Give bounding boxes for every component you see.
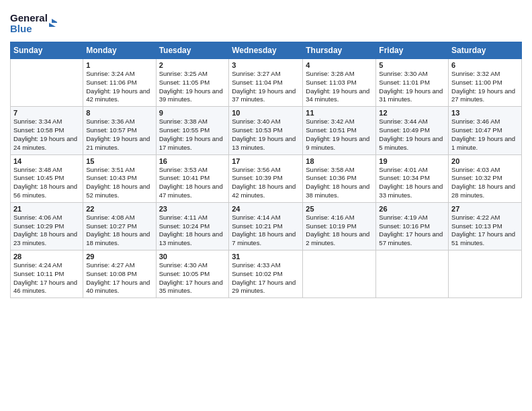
- calendar-cell: 13Sunrise: 3:46 AMSunset: 10:47 PMDaylig…: [449, 107, 522, 154]
- calendar-cell: 17Sunrise: 3:56 AMSunset: 10:39 PMDaylig…: [229, 154, 303, 202]
- calendar-cell: 2Sunrise: 3:25 AMSunset: 11:05 PMDayligh…: [156, 59, 229, 107]
- day-number: 11: [306, 109, 373, 117]
- logo-svg: GeneralBlue: [10, 9, 57, 38]
- weekday-header-monday: Monday: [83, 42, 156, 59]
- weekday-header-row: SundayMondayTuesdayWednesdayThursdayFrid…: [11, 42, 522, 59]
- svg-text:Blue: Blue: [10, 23, 32, 34]
- day-info: Sunrise: 3:38 AMSunset: 10:55 PMDaylight…: [159, 118, 226, 152]
- day-info: Sunrise: 3:44 AMSunset: 10:49 PMDaylight…: [379, 118, 445, 152]
- day-number: 9: [159, 109, 226, 117]
- day-number: 16: [159, 157, 226, 165]
- day-number: 18: [306, 157, 373, 165]
- day-number: 26: [379, 205, 445, 213]
- weekday-header-friday: Friday: [376, 42, 449, 59]
- day-info: Sunrise: 3:28 AMSunset: 11:03 PMDaylight…: [306, 70, 373, 104]
- day-number: 1: [86, 61, 152, 69]
- calendar-cell: 5Sunrise: 3:30 AMSunset: 11:01 PMDayligh…: [376, 59, 449, 107]
- calendar-cell: 8Sunrise: 3:36 AMSunset: 10:57 PMDayligh…: [83, 107, 156, 154]
- calendar-cell: 6Sunrise: 3:32 AMSunset: 11:00 PMDayligh…: [449, 59, 522, 107]
- day-info: Sunrise: 4:22 AMSunset: 10:13 PMDaylight…: [451, 214, 519, 248]
- calendar-cell: [376, 250, 449, 298]
- weekday-header-saturday: Saturday: [449, 42, 522, 59]
- day-info: Sunrise: 4:11 AMSunset: 10:24 PMDaylight…: [159, 214, 226, 248]
- day-info: Sunrise: 3:46 AMSunset: 10:47 PMDaylight…: [451, 118, 519, 152]
- day-number: 15: [86, 157, 152, 165]
- svg-marker-2: [49, 23, 56, 27]
- day-info: Sunrise: 3:51 AMSunset: 10:43 PMDaylight…: [86, 166, 152, 200]
- calendar-cell: 4Sunrise: 3:28 AMSunset: 11:03 PMDayligh…: [303, 59, 376, 107]
- day-number: 13: [451, 109, 519, 117]
- calendar-cell: 10Sunrise: 3:40 AMSunset: 10:53 PMDaylig…: [229, 107, 303, 154]
- day-info: Sunrise: 3:58 AMSunset: 10:36 PMDaylight…: [306, 166, 373, 200]
- week-row-5: 28Sunrise: 4:24 AMSunset: 10:11 PMDaylig…: [11, 250, 522, 298]
- calendar-cell: 12Sunrise: 3:44 AMSunset: 10:49 PMDaylig…: [376, 107, 449, 154]
- day-info: Sunrise: 3:24 AMSunset: 11:06 PMDaylight…: [86, 70, 152, 104]
- calendar-cell: 26Sunrise: 4:19 AMSunset: 10:16 PMDaylig…: [376, 202, 449, 250]
- week-row-3: 14Sunrise: 3:48 AMSunset: 10:45 PMDaylig…: [11, 154, 522, 202]
- calendar-cell: 9Sunrise: 3:38 AMSunset: 10:55 PMDayligh…: [156, 107, 229, 154]
- day-info: Sunrise: 3:42 AMSunset: 10:51 PMDaylight…: [306, 118, 373, 152]
- day-number: 14: [13, 157, 80, 165]
- svg-marker-3: [52, 19, 57, 23]
- calendar-cell: 11Sunrise: 3:42 AMSunset: 10:51 PMDaylig…: [303, 107, 376, 154]
- day-number: 3: [232, 61, 300, 69]
- weekday-header-thursday: Thursday: [303, 42, 376, 59]
- day-number: 31: [232, 253, 300, 261]
- logo: GeneralBlue: [10, 9, 57, 38]
- day-number: 24: [232, 205, 300, 213]
- day-number: 10: [232, 109, 300, 117]
- calendar-cell: 30Sunrise: 4:30 AMSunset: 10:05 PMDaylig…: [156, 250, 229, 298]
- calendar-cell: 25Sunrise: 4:16 AMSunset: 10:19 PMDaylig…: [303, 202, 376, 250]
- day-number: 22: [86, 205, 152, 213]
- day-number: 25: [306, 205, 373, 213]
- calendar-cell: 18Sunrise: 3:58 AMSunset: 10:36 PMDaylig…: [303, 154, 376, 202]
- weekday-header-sunday: Sunday: [11, 42, 83, 59]
- calendar-cell: 22Sunrise: 4:08 AMSunset: 10:27 PMDaylig…: [83, 202, 156, 250]
- day-number: 20: [451, 157, 519, 165]
- calendar-cell: 29Sunrise: 4:27 AMSunset: 10:08 PMDaylig…: [83, 250, 156, 298]
- day-number: 8: [86, 109, 152, 117]
- calendar-cell: 1Sunrise: 3:24 AMSunset: 11:06 PMDayligh…: [83, 59, 156, 107]
- calendar-cell: 27Sunrise: 4:22 AMSunset: 10:13 PMDaylig…: [449, 202, 522, 250]
- day-number: 12: [379, 109, 445, 117]
- calendar-cell: 20Sunrise: 4:03 AMSunset: 10:32 PMDaylig…: [449, 154, 522, 202]
- day-number: 29: [86, 253, 152, 261]
- day-info: Sunrise: 4:06 AMSunset: 10:29 PMDaylight…: [13, 214, 80, 248]
- day-number: 27: [451, 205, 519, 213]
- day-number: 4: [306, 61, 373, 69]
- day-info: Sunrise: 4:03 AMSunset: 10:32 PMDaylight…: [451, 166, 519, 200]
- day-number: 2: [159, 61, 226, 69]
- week-row-2: 7Sunrise: 3:34 AMSunset: 10:58 PMDayligh…: [11, 107, 522, 154]
- day-info: Sunrise: 3:48 AMSunset: 10:45 PMDaylight…: [13, 166, 80, 200]
- day-info: Sunrise: 4:19 AMSunset: 10:16 PMDaylight…: [379, 214, 445, 248]
- calendar-cell: 15Sunrise: 3:51 AMSunset: 10:43 PMDaylig…: [83, 154, 156, 202]
- day-info: Sunrise: 4:01 AMSunset: 10:34 PMDaylight…: [379, 166, 445, 200]
- day-info: Sunrise: 3:32 AMSunset: 11:00 PMDaylight…: [451, 70, 519, 104]
- day-number: 17: [232, 157, 300, 165]
- day-info: Sunrise: 4:30 AMSunset: 10:05 PMDaylight…: [159, 261, 226, 295]
- day-number: 28: [13, 253, 80, 261]
- calendar-cell: 14Sunrise: 3:48 AMSunset: 10:45 PMDaylig…: [11, 154, 83, 202]
- day-info: Sunrise: 3:25 AMSunset: 11:05 PMDaylight…: [159, 70, 226, 104]
- day-info: Sunrise: 3:34 AMSunset: 10:58 PMDaylight…: [13, 118, 80, 152]
- calendar-cell: 23Sunrise: 4:11 AMSunset: 10:24 PMDaylig…: [156, 202, 229, 250]
- day-info: Sunrise: 3:40 AMSunset: 10:53 PMDaylight…: [232, 118, 300, 152]
- day-number: 19: [379, 157, 445, 165]
- week-row-1: 1Sunrise: 3:24 AMSunset: 11:06 PMDayligh…: [11, 59, 522, 107]
- page-container: GeneralBlue SundayMondayTuesdayWednesday…: [0, 0, 532, 308]
- week-row-4: 21Sunrise: 4:06 AMSunset: 10:29 PMDaylig…: [11, 202, 522, 250]
- day-number: 23: [159, 205, 226, 213]
- calendar-cell: 21Sunrise: 4:06 AMSunset: 10:29 PMDaylig…: [11, 202, 83, 250]
- day-info: Sunrise: 4:24 AMSunset: 10:11 PMDaylight…: [13, 261, 80, 295]
- day-info: Sunrise: 3:53 AMSunset: 10:41 PMDaylight…: [159, 166, 226, 200]
- day-info: Sunrise: 3:56 AMSunset: 10:39 PMDaylight…: [232, 166, 300, 200]
- calendar-cell: [11, 59, 83, 107]
- day-info: Sunrise: 4:08 AMSunset: 10:27 PMDaylight…: [86, 214, 152, 248]
- svg-text:General: General: [10, 12, 48, 24]
- calendar-cell: 7Sunrise: 3:34 AMSunset: 10:58 PMDayligh…: [11, 107, 83, 154]
- header: GeneralBlue: [10, 7, 522, 38]
- day-number: 21: [13, 205, 80, 213]
- day-info: Sunrise: 3:30 AMSunset: 11:01 PMDaylight…: [379, 70, 445, 104]
- calendar-cell: 16Sunrise: 3:53 AMSunset: 10:41 PMDaylig…: [156, 154, 229, 202]
- weekday-header-wednesday: Wednesday: [229, 42, 303, 59]
